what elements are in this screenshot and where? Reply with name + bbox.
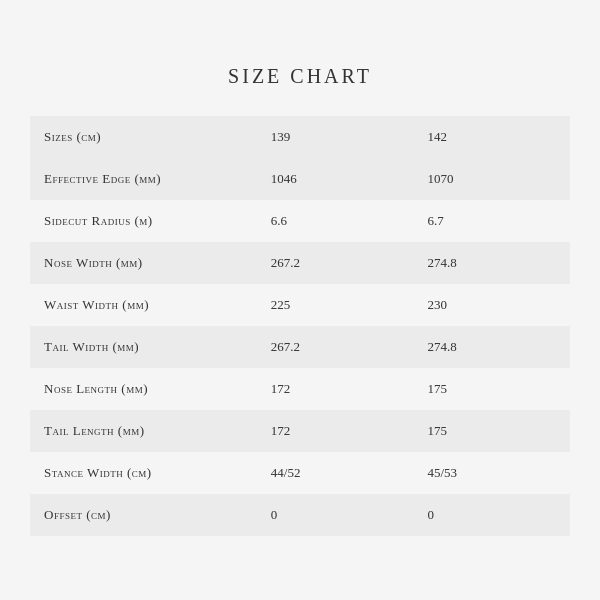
row-col1: 6.6 [257,200,414,242]
row-label: Offset (cm) [30,494,257,536]
table-row: Effective Edge (mm)10461070 [30,158,570,200]
size-chart-container: Size Chart Sizes (cm) 139 142 Effective … [20,45,580,556]
table-row: Waist Width (mm)225230 [30,284,570,326]
row-col2: 230 [413,284,570,326]
row-col2: 6.7 [413,200,570,242]
row-col1: 0 [257,494,414,536]
row-col1: 1046 [257,158,414,200]
row-col2: 175 [413,410,570,452]
row-label: Tail Width (mm) [30,326,257,368]
row-col1: 267.2 [257,242,414,284]
row-col2: 274.8 [413,242,570,284]
table-row: Tail Length (mm)172175 [30,410,570,452]
table-row: Nose Width (mm)267.2274.8 [30,242,570,284]
header-col1: 139 [257,116,414,158]
page-title: Size Chart [30,65,570,88]
table-row: Nose Length (mm)172175 [30,368,570,410]
row-label: Sidecut Radius (m) [30,200,257,242]
row-col2: 274.8 [413,326,570,368]
row-col1: 172 [257,410,414,452]
row-col1: 267.2 [257,326,414,368]
table-row: Sidecut Radius (m)6.66.7 [30,200,570,242]
row-label: Stance Width (cm) [30,452,257,494]
row-col1: 225 [257,284,414,326]
row-col2: 45/53 [413,452,570,494]
row-col1: 44/52 [257,452,414,494]
row-col1: 172 [257,368,414,410]
header-col2: 142 [413,116,570,158]
row-col2: 0 [413,494,570,536]
row-label: Nose Width (mm) [30,242,257,284]
row-label: Waist Width (mm) [30,284,257,326]
row-label: Tail Length (mm) [30,410,257,452]
row-col2: 1070 [413,158,570,200]
table-row: Offset (cm)00 [30,494,570,536]
table-row: Stance Width (cm)44/5245/53 [30,452,570,494]
header-label: Sizes (cm) [30,116,257,158]
row-label: Effective Edge (mm) [30,158,257,200]
row-label: Nose Length (mm) [30,368,257,410]
table-row: Tail Width (mm)267.2274.8 [30,326,570,368]
size-chart-table: Sizes (cm) 139 142 Effective Edge (mm)10… [30,116,570,536]
row-col2: 175 [413,368,570,410]
